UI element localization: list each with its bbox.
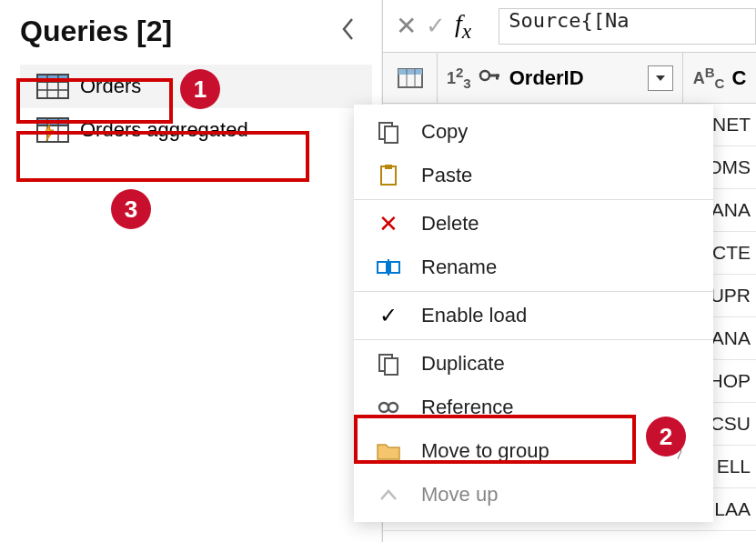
menu-paste[interactable]: Paste (354, 154, 713, 197)
annotation-badge-3: 3 (111, 189, 151, 229)
svg-rect-18 (385, 126, 398, 143)
annotation-box-2 (354, 415, 636, 464)
svg-rect-21 (378, 262, 387, 273)
collapse-icon[interactable] (341, 17, 372, 45)
column-customer[interactable]: ABC C (683, 53, 756, 103)
duplicate-icon (374, 352, 403, 376)
annotation-badge-2: 2 (646, 417, 686, 457)
menu-copy[interactable]: Copy (354, 110, 713, 154)
column-filter-dropdown[interactable] (648, 65, 673, 91)
type-number-icon: 123 (447, 65, 471, 91)
svg-rect-25 (385, 358, 398, 375)
panel-title: Queries [2] (20, 15, 172, 48)
commit-icon[interactable]: ✓ (426, 12, 446, 40)
svg-rect-20 (385, 165, 392, 169)
grid-header: 123 OrderID ABC C (383, 53, 756, 104)
column-label: C (731, 66, 746, 90)
check-icon: ✓ (374, 303, 403, 328)
column-label: OrderID (509, 66, 584, 90)
fx-icon[interactable]: fx (455, 9, 471, 44)
menu-rename[interactable]: Rename (354, 246, 713, 289)
formula-bar: ✕ ✓ fx Source{[Na (383, 0, 756, 53)
annotation-badge-1: 1 (180, 69, 220, 109)
menu-enable-load[interactable]: ✓ Enable load (354, 294, 713, 337)
annotation-box-1 (16, 78, 173, 124)
column-orderid[interactable]: 123 OrderID (438, 53, 683, 103)
key-icon (479, 66, 502, 90)
svg-rect-22 (390, 262, 399, 273)
copy-icon (374, 120, 403, 144)
svg-point-14 (480, 71, 489, 80)
rename-icon (374, 257, 403, 277)
cancel-icon[interactable]: ✕ (396, 11, 417, 41)
table-corner-icon[interactable] (383, 53, 438, 103)
menu-move-up[interactable]: Move up (354, 473, 713, 517)
reference-icon (374, 399, 403, 416)
type-text-icon: ABC (693, 65, 725, 91)
annotation-box-3 (16, 131, 309, 182)
chevron-up-icon (374, 488, 403, 501)
menu-delete[interactable]: ✕ Delete (354, 202, 713, 246)
delete-icon: ✕ (374, 210, 403, 238)
menu-duplicate[interactable]: Duplicate (354, 342, 713, 386)
paste-icon (374, 164, 403, 187)
svg-rect-11 (398, 69, 422, 75)
svg-rect-16 (496, 74, 499, 79)
formula-input[interactable]: Source{[Na (499, 8, 756, 45)
